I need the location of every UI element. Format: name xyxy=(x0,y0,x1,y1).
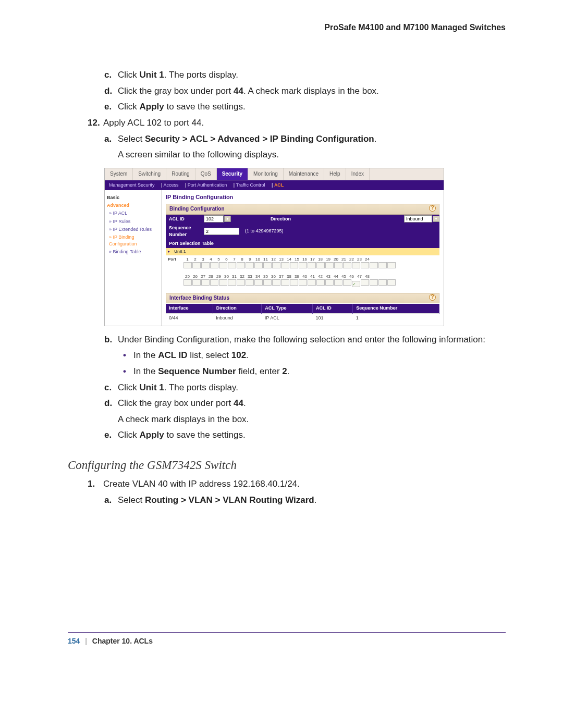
sidebar-item-binding-table[interactable]: » Binding Table xyxy=(109,249,159,255)
port-checkbox[interactable] xyxy=(228,279,236,286)
seq-range-hint: (1 to 4294967295) xyxy=(245,228,284,235)
port-checkbox[interactable] xyxy=(316,279,325,286)
dropdown-icon[interactable]: ▼ xyxy=(433,216,439,222)
port-checkbox[interactable] xyxy=(378,262,387,268)
help-icon[interactable]: ? xyxy=(429,294,436,301)
port-checkbox[interactable] xyxy=(334,279,342,286)
port-checkbox[interactable] xyxy=(192,262,201,268)
port-checkbox[interactable] xyxy=(387,279,396,286)
port-checkbox[interactable] xyxy=(343,279,351,286)
port-checkbox[interactable] xyxy=(343,262,351,268)
step-text: Click Unit 1. The ports display. xyxy=(118,381,238,394)
port-numbers-top: 123456789101112131415161718192021222324 xyxy=(183,256,371,263)
binding-config-header: Binding Configuration ? xyxy=(166,204,439,215)
port-checkbox[interactable] xyxy=(299,279,307,286)
port-numbers-bottom: 2526272829303132333435363738394041424344… xyxy=(183,274,371,280)
port-checkbox[interactable] xyxy=(228,262,236,268)
port-checkbox[interactable] xyxy=(352,281,360,287)
port-checkbox[interactable] xyxy=(237,279,245,286)
port-checkbox[interactable] xyxy=(254,262,263,268)
seq-number-input[interactable]: 2 xyxy=(204,228,239,235)
port-checkbox[interactable] xyxy=(370,279,378,286)
port-checkbox[interactable] xyxy=(237,262,245,268)
port-checkbox[interactable] xyxy=(254,279,263,286)
port-checkbox[interactable] xyxy=(387,262,396,268)
port-checkbox[interactable] xyxy=(210,279,218,286)
direction-label: Direction xyxy=(267,215,310,224)
port-checkbox[interactable] xyxy=(281,279,289,286)
subtab-acl[interactable]: ACL xyxy=(274,182,284,188)
unit-1-button[interactable]: Unit 1 xyxy=(174,249,186,254)
sidebar-item-ip-ext-rules[interactable]: » IP Extended Rules xyxy=(109,226,159,233)
port-checkbox[interactable] xyxy=(272,279,280,286)
tab-routing[interactable]: Routing xyxy=(166,168,195,180)
step-letter: c. xyxy=(104,381,118,394)
port-checkbox[interactable] xyxy=(370,262,378,268)
port-checkbox[interactable] xyxy=(308,279,316,286)
tab-switching[interactable]: Switching xyxy=(133,168,166,180)
port-checkbox[interactable] xyxy=(219,279,227,286)
tab-help[interactable]: Help xyxy=(324,168,346,180)
port-checkbox[interactable] xyxy=(192,279,201,286)
step-text: Click Apply to save the settings. xyxy=(118,101,246,114)
tab-system[interactable]: System xyxy=(105,168,133,180)
tab-index[interactable]: Index xyxy=(346,168,370,180)
port-checkbox[interactable] xyxy=(272,262,280,268)
col-acl-id: ACL ID xyxy=(312,304,352,313)
col-acl-type: ACL Type xyxy=(262,304,313,313)
port-checkbox[interactable] xyxy=(210,262,218,268)
direction-select[interactable]: Inbound xyxy=(404,215,432,223)
step-text: Apply ACL 102 to port 44. xyxy=(103,117,204,130)
port-checkbox[interactable] xyxy=(325,262,334,268)
dropdown-icon[interactable]: ▼ xyxy=(224,216,231,222)
sidebar-cat-basic[interactable]: Basic xyxy=(107,194,159,201)
port-checkbox[interactable] xyxy=(290,262,298,268)
subtab-mgmt-security[interactable]: Management Security xyxy=(109,182,155,188)
tab-monitoring[interactable]: Monitoring xyxy=(248,168,284,180)
port-checkbox[interactable] xyxy=(201,279,210,286)
subtab-port-auth[interactable]: Port Authentication xyxy=(188,182,227,188)
port-checkbox[interactable] xyxy=(246,262,254,268)
bullet-icon: • xyxy=(123,365,133,378)
port-checkbox[interactable] xyxy=(281,262,289,268)
port-checkbox[interactable] xyxy=(299,262,307,268)
port-checkbox[interactable] xyxy=(361,279,369,286)
port-checkbox[interactable] xyxy=(352,262,360,268)
tab-qos[interactable]: QoS xyxy=(195,168,217,180)
port-checkbox[interactable] xyxy=(378,279,387,286)
port-checkbox[interactable] xyxy=(308,262,316,268)
sidebar-cat-advanced[interactable]: Advanced xyxy=(107,202,159,209)
port-checkbox[interactable] xyxy=(361,262,369,268)
page-footer: 154 | Chapter 10. ACLs xyxy=(68,637,506,645)
help-icon[interactable]: ? xyxy=(429,205,436,212)
sidebar-item-ip-acl[interactable]: » IP ACL xyxy=(109,210,159,217)
port-checkbox[interactable] xyxy=(325,279,334,286)
port-checkbox[interactable] xyxy=(316,262,325,268)
page-number: 154 xyxy=(68,637,80,645)
subtab-access[interactable]: Access xyxy=(163,182,178,188)
table-row[interactable]: 0/44 Inbound IP ACL 101 1 xyxy=(166,313,439,323)
main-panel: IP Binding Configuration Binding Configu… xyxy=(162,190,444,325)
acl-id-label: ACL ID xyxy=(166,215,203,224)
col-direction: Direction xyxy=(213,304,262,313)
sidebar-item-ip-binding-config[interactable]: » IP Binding Configuration xyxy=(109,234,159,248)
bullet-icon: • xyxy=(123,349,133,362)
tab-maintenance[interactable]: Maintenance xyxy=(284,168,324,180)
step-letter: e. xyxy=(104,101,118,114)
subtab-traffic-control[interactable]: Traffic Control xyxy=(236,182,265,188)
port-checkbox[interactable] xyxy=(334,262,342,268)
step-number: 12. xyxy=(88,117,103,130)
port-checkbox[interactable] xyxy=(201,262,210,268)
unit-expand-icon[interactable]: ▸ xyxy=(168,249,170,254)
tab-security[interactable]: Security xyxy=(217,168,248,180)
sidebar-item-ip-rules[interactable]: » IP Rules xyxy=(109,218,159,225)
port-checkbox[interactable] xyxy=(263,262,272,268)
unit-row: ▸ Unit 1 xyxy=(166,248,439,255)
port-checkbox[interactable] xyxy=(246,279,254,286)
port-checkbox[interactable] xyxy=(183,262,192,268)
port-checkbox[interactable] xyxy=(290,279,298,286)
port-checkbox[interactable] xyxy=(219,262,227,268)
acl-id-select[interactable]: 102 xyxy=(204,215,224,223)
port-checkbox[interactable] xyxy=(263,279,272,286)
port-checkbox[interactable] xyxy=(183,279,192,286)
